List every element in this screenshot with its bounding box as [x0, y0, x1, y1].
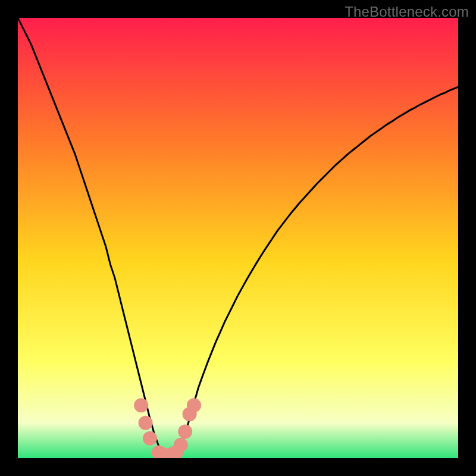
gradient-background [18, 18, 458, 458]
curve-marker [187, 398, 201, 412]
curve-marker [174, 438, 188, 452]
curve-marker [134, 398, 148, 412]
curve-marker [143, 431, 157, 446]
plot-area [18, 18, 458, 458]
bottleneck-chart [18, 18, 458, 458]
chart-frame: TheBottleneck.com [0, 0, 476, 476]
curve-marker [139, 416, 153, 430]
curve-marker [178, 425, 192, 439]
